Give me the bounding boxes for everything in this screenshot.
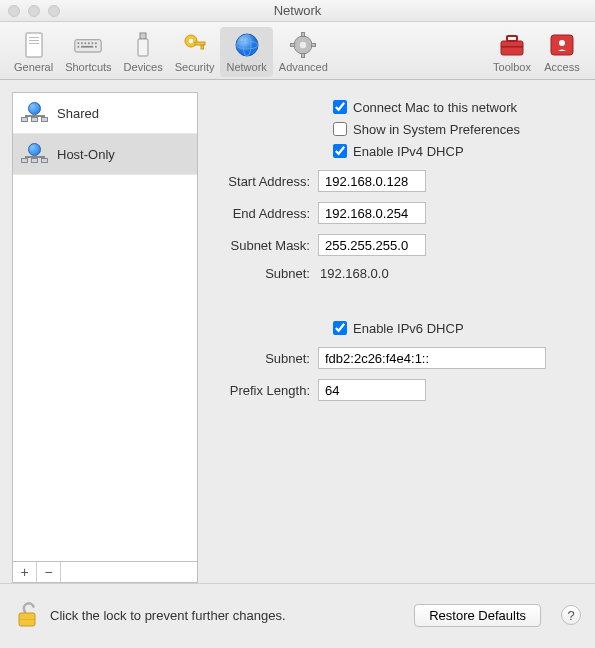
toolbar-item-security[interactable]: Security bbox=[169, 27, 221, 77]
subnet-label: Subnet: bbox=[198, 266, 318, 281]
network-icon bbox=[21, 143, 49, 165]
enable-ipv4-label: Enable IPv4 DHCP bbox=[353, 144, 464, 159]
enable-ipv6-label: Enable IPv6 DHCP bbox=[353, 321, 464, 336]
toolbox-icon bbox=[498, 31, 526, 59]
add-network-button[interactable]: + bbox=[13, 562, 37, 582]
svg-rect-2 bbox=[29, 40, 39, 41]
svg-rect-26 bbox=[302, 54, 305, 58]
toolbar-label: Advanced bbox=[279, 61, 328, 73]
toolbar: General Shortcuts Devices Security Netwo… bbox=[0, 22, 595, 80]
toolbar-label: Shortcuts bbox=[65, 61, 111, 73]
zoom-window-button[interactable] bbox=[48, 5, 60, 17]
content: Shared Host-Only + − Connect Mac to this… bbox=[0, 80, 595, 583]
toolbar-item-advanced[interactable]: Advanced bbox=[273, 27, 334, 77]
svg-point-20 bbox=[236, 34, 258, 56]
enable-ipv4-checkbox[interactable] bbox=[333, 144, 347, 158]
svg-rect-3 bbox=[29, 43, 39, 44]
lock-button[interactable] bbox=[14, 600, 40, 630]
toolbar-item-general[interactable]: General bbox=[8, 27, 59, 77]
minimize-window-button[interactable] bbox=[28, 5, 40, 17]
titlebar: Network bbox=[0, 0, 595, 22]
subnet6-label: Subnet: bbox=[198, 351, 318, 366]
svg-rect-11 bbox=[78, 46, 80, 48]
toolbar-label: Toolbox bbox=[493, 61, 531, 73]
svg-rect-6 bbox=[81, 42, 83, 44]
svg-rect-34 bbox=[19, 619, 35, 620]
svg-rect-1 bbox=[29, 37, 39, 38]
svg-rect-15 bbox=[138, 39, 148, 56]
svg-rect-5 bbox=[78, 42, 80, 44]
sidebar-item-shared[interactable]: Shared bbox=[13, 93, 197, 134]
window-title: Network bbox=[0, 3, 595, 18]
access-icon bbox=[548, 31, 576, 59]
remove-network-button[interactable]: − bbox=[37, 562, 61, 582]
svg-rect-7 bbox=[85, 42, 87, 44]
network-icon bbox=[21, 102, 49, 124]
svg-rect-14 bbox=[140, 33, 146, 39]
svg-rect-13 bbox=[95, 46, 97, 48]
svg-rect-10 bbox=[95, 42, 97, 44]
svg-point-17 bbox=[188, 39, 192, 43]
toolbar-item-access[interactable]: Access bbox=[537, 27, 587, 77]
toolbar-label: Network bbox=[226, 61, 266, 73]
show-sysprefs-label: Show in System Preferences bbox=[353, 122, 520, 137]
toolbar-label: Devices bbox=[124, 61, 163, 73]
toolbar-label: Security bbox=[175, 61, 215, 73]
toolbar-label: General bbox=[14, 61, 53, 73]
svg-rect-19 bbox=[201, 45, 204, 49]
toolbar-item-toolbox[interactable]: Toolbox bbox=[487, 27, 537, 77]
svg-rect-27 bbox=[291, 44, 295, 47]
svg-rect-0 bbox=[26, 33, 42, 57]
svg-rect-28 bbox=[312, 44, 316, 47]
toolbar-item-devices[interactable]: Devices bbox=[118, 27, 169, 77]
settings-form: Connect Mac to this network Show in Syst… bbox=[198, 80, 595, 583]
general-icon bbox=[20, 31, 48, 59]
svg-rect-30 bbox=[501, 46, 523, 48]
sidebar-footer: + − bbox=[12, 561, 198, 583]
subnet-mask-label: Subnet Mask: bbox=[198, 238, 318, 253]
sidebar-item-host-only[interactable]: Host-Only bbox=[13, 134, 197, 175]
subnet-mask-input[interactable] bbox=[318, 234, 426, 256]
close-window-button[interactable] bbox=[8, 5, 20, 17]
svg-point-24 bbox=[300, 42, 306, 48]
svg-rect-31 bbox=[507, 36, 517, 41]
connect-mac-label: Connect Mac to this network bbox=[353, 100, 517, 115]
start-address-input[interactable] bbox=[318, 170, 426, 192]
prefix-length-input[interactable] bbox=[318, 379, 426, 401]
globe-icon bbox=[233, 31, 261, 59]
toolbar-label: Access bbox=[544, 61, 579, 73]
subnet-value: 192.168.0.0 bbox=[318, 266, 389, 281]
sidebar-item-label: Host-Only bbox=[57, 147, 115, 162]
show-sysprefs-checkbox[interactable] bbox=[333, 122, 347, 136]
usb-icon bbox=[129, 31, 157, 59]
gear-icon bbox=[289, 31, 317, 59]
network-list: Shared Host-Only bbox=[12, 92, 198, 561]
sidebar-item-label: Shared bbox=[57, 106, 99, 121]
lock-open-icon bbox=[16, 602, 38, 628]
footer: Click the lock to prevent further change… bbox=[0, 583, 595, 646]
keyboard-icon bbox=[74, 31, 102, 59]
svg-rect-12 bbox=[81, 46, 93, 48]
enable-ipv6-checkbox[interactable] bbox=[333, 321, 347, 335]
help-button[interactable]: ? bbox=[561, 605, 581, 625]
svg-rect-9 bbox=[92, 42, 94, 44]
subnet6-input[interactable] bbox=[318, 347, 546, 369]
lock-text: Click the lock to prevent further change… bbox=[50, 608, 404, 623]
end-address-input[interactable] bbox=[318, 202, 426, 224]
toolbar-item-shortcuts[interactable]: Shortcuts bbox=[59, 27, 117, 77]
start-address-label: Start Address: bbox=[198, 174, 318, 189]
connect-mac-checkbox[interactable] bbox=[333, 100, 347, 114]
restore-defaults-button[interactable]: Restore Defaults bbox=[414, 604, 541, 627]
traffic-lights bbox=[8, 5, 60, 17]
prefix-length-label: Prefix Length: bbox=[198, 383, 318, 398]
key-icon bbox=[181, 31, 209, 59]
toolbar-item-network[interactable]: Network bbox=[220, 27, 272, 77]
svg-rect-8 bbox=[88, 42, 90, 44]
svg-rect-29 bbox=[501, 41, 523, 55]
end-address-label: End Address: bbox=[198, 206, 318, 221]
svg-rect-25 bbox=[302, 33, 305, 37]
